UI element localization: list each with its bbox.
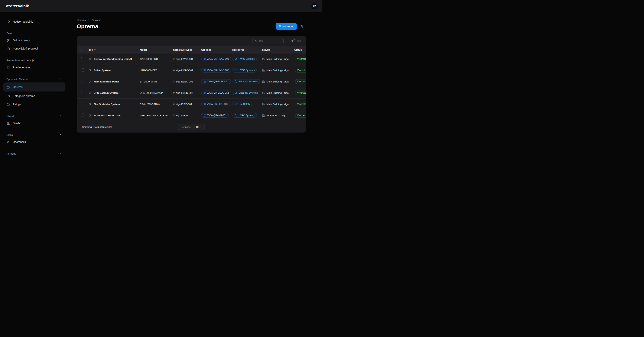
row-checkbox[interactable] xyxy=(81,80,84,83)
sidebar-item-ponavljajoci-pregledi[interactable]: Ponavljajoči pregledi xyxy=(4,45,65,52)
category-text: HVAC Systems xyxy=(238,58,254,60)
sidebar-item-uporabniki[interactable]: Uporabniki xyxy=(4,138,65,146)
row-checkbox[interactable] xyxy=(81,91,84,94)
table-row[interactable]: Boiler System HTR-3000-EFF #ziga-HVAC-00… xyxy=(77,64,306,76)
table-row[interactable]: UPS Backup System UPS-5000-BACKUP #ziga-… xyxy=(77,87,306,98)
qr-badge: ZIGA-QR-FIRE-001 xyxy=(201,102,230,106)
sidebar-item-delovni-nalogi[interactable]: Delovni nalogi xyxy=(4,36,65,44)
row-checkbox[interactable] xyxy=(81,102,84,105)
sidebar-item-nadzorna-plosca[interactable]: Nadzorna plošča xyxy=(4,18,65,25)
sidebar-section-objekti[interactable]: Objekti xyxy=(6,114,62,117)
sidebar-section-ekipa[interactable]: Ekipa xyxy=(6,133,62,136)
row-checkbox[interactable] xyxy=(81,57,84,60)
results-summary: Showing 1 to 6 of 6 results xyxy=(82,126,112,128)
folder-icon xyxy=(6,94,10,98)
sidebar-item-predloge-nalog[interactable]: Predloge nalog xyxy=(4,64,65,71)
qr-code-icon xyxy=(204,58,206,60)
search-input[interactable] xyxy=(259,39,281,43)
column-header-status[interactable]: Status xyxy=(294,46,306,53)
building-icon xyxy=(262,114,265,117)
row-checkbox[interactable] xyxy=(81,68,84,71)
column-header-qr[interactable]: QR koda xyxy=(201,46,232,53)
category-text: HVAC Systems xyxy=(238,114,254,117)
select-all-checkbox[interactable] xyxy=(81,48,84,51)
equipment-model: EP-1000-MAIN xyxy=(140,80,157,83)
equipment-serial: ziga-WH-001 xyxy=(176,114,191,117)
user-avatar[interactable]: ZP xyxy=(311,3,318,9)
table-row[interactable]: Central Air Conditioning Unit #1 CAC-500… xyxy=(77,53,306,64)
status-text: V obratovanju xyxy=(297,114,306,117)
column-header-stavba[interactable]: Stavba xyxy=(262,46,294,53)
search-box[interactable] xyxy=(252,38,284,44)
sidebar-section-preventivno[interactable]: Preventivno vzdrževanje xyxy=(6,59,62,62)
sidebar-item-label: Kategorije opreme xyxy=(13,94,35,97)
column-label: QR koda xyxy=(201,48,211,51)
new-equipment-button[interactable]: Nov oprema xyxy=(276,23,297,30)
sort-arrows-icon[interactable] xyxy=(300,24,304,28)
home-icon xyxy=(6,20,10,23)
qr-code-text: ZIGA-QR-HVAC-002 xyxy=(207,69,229,71)
status-text: V obratovanju xyxy=(297,103,306,105)
sidebar-item-label: Predloge nalog xyxy=(13,66,31,69)
equipment-serial: ziga-HVAC-002 xyxy=(176,69,193,72)
sidebar-section-oprema-material[interactable]: Oprema in Material xyxy=(6,77,62,81)
app-title: Vzdrzevalnik xyxy=(6,4,29,8)
hash-icon: # xyxy=(173,91,175,94)
hash-icon: # xyxy=(173,57,175,60)
qr-badge: ZIGA-QR-ELEC-002 xyxy=(201,90,231,95)
building-icon xyxy=(262,69,265,72)
status-badge: V obratovanju xyxy=(295,68,306,72)
columns-toggle-button[interactable] xyxy=(297,39,301,43)
qr-code-icon xyxy=(204,92,206,94)
sidebar-item-oprema[interactable]: Oprema xyxy=(4,82,65,91)
qr-badge: ZIGA-QR-HVAC-002 xyxy=(201,68,231,72)
hash-icon: # xyxy=(173,103,175,106)
per-page-select[interactable]: Per page 10 xyxy=(178,124,205,130)
tag-icon xyxy=(235,103,237,105)
building-icon xyxy=(262,58,265,60)
section-label: Oprema in Material xyxy=(6,78,28,81)
row-checkbox[interactable] xyxy=(81,113,84,117)
sidebar-item-stavbe[interactable]: Stavbe xyxy=(4,119,65,127)
hash-icon: # xyxy=(173,114,175,117)
building-text: Main Building - ziga xyxy=(266,103,289,106)
box-icon xyxy=(6,103,10,106)
filter-button[interactable]: 0 xyxy=(291,39,294,43)
qr-code-text: ZIGA-QR-FIRE-001 xyxy=(207,103,228,105)
building-icon xyxy=(6,121,10,125)
tools-icon xyxy=(89,103,92,106)
search-icon xyxy=(254,40,257,42)
chevron-down-icon xyxy=(200,126,202,128)
table-footer: Showing 1 to 6 of 6 results Per page 10 xyxy=(77,121,306,133)
sidebar-section-porocila[interactable]: Poročila xyxy=(6,152,62,155)
column-header-model[interactable]: Model xyxy=(140,46,173,53)
chevron-up-icon xyxy=(59,114,62,117)
avatar-initials: ZP xyxy=(313,5,316,7)
table-row[interactable]: Warehouse HVAC Unit WHC-8000-INDUSTRIAL … xyxy=(77,110,306,121)
category-badge: Electrical Systems xyxy=(232,90,260,95)
qr-code-icon xyxy=(204,114,206,117)
tag-icon xyxy=(235,58,237,60)
sidebar-item-zaloge[interactable]: Zaloge xyxy=(4,100,65,108)
tag-icon xyxy=(235,69,237,71)
qr-code-text: ZIGA-QR-ELEC-002 xyxy=(207,91,229,94)
hash-icon: # xyxy=(173,69,175,72)
table-row[interactable]: Fire Sprinkler System FS-AUTO-SPRAY #zig… xyxy=(77,98,306,110)
equipment-model: HTR-3000-EFF xyxy=(140,69,157,72)
table-row[interactable]: Main Electrical Panel EP-1000-MAIN #ziga… xyxy=(77,76,306,87)
column-label: Model xyxy=(140,48,147,51)
sidebar-item-kategorije-opreme[interactable]: Kategorije opreme xyxy=(4,92,65,100)
chevron-up-icon xyxy=(59,77,62,81)
sidebar-item-label: Stavbe xyxy=(13,122,21,125)
column-header-serijska[interactable]: Serijska številka xyxy=(173,46,201,53)
building-text: Main Building - ziga xyxy=(266,80,289,83)
equipment-name: Main Electrical Panel xyxy=(94,80,119,83)
sidebar-item-label: Zaloge xyxy=(13,103,21,106)
breadcrumb-link-oprema[interactable]: Oprema xyxy=(77,19,86,21)
per-page-value: 10 xyxy=(196,126,198,128)
section-label: Preventivno vzdrževanje xyxy=(6,59,34,62)
chevron-down-icon xyxy=(94,48,96,51)
breadcrumb-link-seznam[interactable]: Seznam xyxy=(92,19,101,21)
column-header-kategorija[interactable]: Kategorija xyxy=(232,46,262,53)
column-header-ime[interactable]: Ime xyxy=(85,46,140,53)
